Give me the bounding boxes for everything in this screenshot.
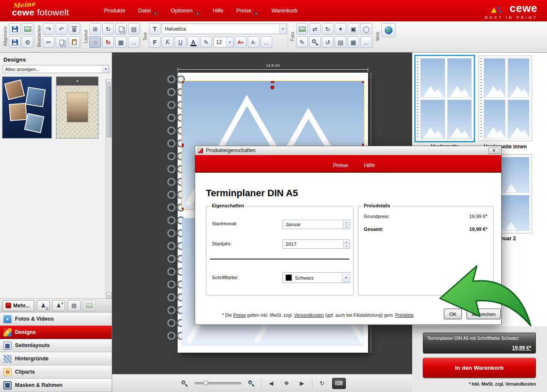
spin-up-icon[interactable]: ▲ — [343, 240, 350, 245]
dropdown-caret-icon[interactable]: ▼ — [253, 11, 259, 16]
rotate-ccw-photo-button[interactable]: ↺ — [322, 36, 333, 48]
close-button[interactable]: x — [488, 147, 499, 154]
edit-photo-button[interactable]: ✎ — [296, 36, 308, 48]
font-size-select[interactable]: 12 ▾ — [213, 37, 234, 47]
more-layout-button[interactable]: ... — [128, 36, 140, 48]
copy-button[interactable] — [56, 36, 67, 48]
zoom-out-button[interactable]: − — [179, 378, 190, 389]
spin-down-icon[interactable]: ▼ — [343, 225, 350, 229]
spin-down-icon[interactable]: ▼ — [343, 245, 350, 249]
photo-effects-button[interactable]: ✦ — [335, 23, 346, 35]
more-designs-button[interactable]: Mehr... — [3, 300, 34, 311]
resize-handle-tr[interactable] — [362, 81, 364, 83]
album-button[interactable]: ▤ — [68, 300, 80, 311]
photo-search-button[interactable] — [309, 36, 321, 48]
versandkosten-link[interactable]: Versandkosten — [294, 312, 324, 318]
add-person-button[interactable]: ♟+ — [52, 300, 65, 311]
cut-button[interactable]: ✂ — [43, 36, 54, 48]
rotation-handle[interactable] — [271, 85, 274, 89]
startmonat-spinner[interactable]: Januar ▲▼ — [282, 220, 350, 229]
menu-optionen[interactable]: Optionen▼ — [171, 8, 200, 14]
search-person-button[interactable]: ♟ — [37, 300, 50, 311]
font-color-button[interactable]: A — [187, 36, 199, 48]
grid-button[interactable]: ⊞ — [89, 23, 101, 35]
scroll-down-icon[interactable]: ▾ — [106, 292, 112, 298]
delete-button[interactable] — [68, 23, 80, 35]
chevron-down-icon[interactable]: ▾ — [342, 273, 350, 283]
resize-handle-tc[interactable] — [271, 81, 274, 83]
sidebar-item-masken-rahmen[interactable]: Masken & Rahmen — [0, 379, 112, 392]
save-button[interactable] — [9, 23, 21, 35]
photo-layers-button[interactable]: ▤ — [335, 36, 346, 48]
menu-produkte[interactable]: Produkte — [104, 8, 125, 14]
underline-button[interactable]: U — [175, 36, 186, 48]
undo-button[interactable]: ↶ — [56, 23, 67, 35]
dropdown-caret-icon[interactable]: ▼ — [195, 11, 200, 16]
design-filter-select[interactable]: Alles anzeigen... ▾ — [3, 65, 109, 73]
scroll-up-icon[interactable]: ▴ — [106, 79, 112, 85]
keyboard-button[interactable]: ⌨ — [332, 378, 346, 389]
designs-scrollbar[interactable]: ▴ ▾ — [106, 79, 112, 298]
decrease-font-button[interactable]: A- — [248, 36, 259, 48]
fullscreen-button[interactable]: ✥ — [281, 378, 292, 389]
sidebar-item-seitenlayouts[interactable]: ▦Seitenlayouts — [0, 339, 112, 352]
magnet-button[interactable]: ∩ — [89, 36, 101, 48]
scrollbar-thumb[interactable] — [107, 86, 111, 137]
rotate-photo-button[interactable]: ↻ — [322, 23, 333, 35]
resize-handle-bl[interactable] — [182, 208, 184, 209]
more-photo-button[interactable]: ... — [360, 36, 372, 48]
resize-handle-tl[interactable] — [182, 81, 184, 83]
italic-button[interactable]: K — [162, 36, 173, 48]
sidebar-item-designs[interactable]: ✦Designs — [0, 326, 112, 339]
add-to-cart-button[interactable]: In den Warenkorb — [423, 358, 536, 378]
menu-preise[interactable]: Preise▼ — [236, 8, 259, 14]
rotate-view-button[interactable]: ↻ — [317, 378, 328, 389]
menu-datei[interactable]: Datei▼ — [138, 8, 158, 14]
menu-hilfe[interactable]: Hilfe — [213, 8, 223, 14]
add-photo-button[interactable] — [296, 23, 308, 35]
font-family-select[interactable]: Helvetica ▾ — [162, 24, 287, 34]
photo-border-button[interactable]: ▦ — [348, 36, 359, 48]
chevron-down-icon[interactable]: ▾ — [226, 37, 233, 47]
more-text-button[interactable]: ... — [261, 36, 272, 48]
design-thumbnail-damask[interactable]: ✦ — [56, 77, 98, 139]
startjahr-spinner[interactable]: 2017 ▲▼ — [282, 239, 350, 249]
sidebar-item-cliparts[interactable]: ✿Cliparts — [0, 365, 112, 379]
dialog-titlebar[interactable]: Produkteigenschaften x — [195, 146, 501, 155]
copy-page-button[interactable] — [115, 23, 127, 35]
web-upload-button[interactable] — [381, 23, 395, 37]
bold-button[interactable]: F — [149, 36, 161, 48]
spin-up-icon[interactable]: ▲ — [343, 220, 350, 225]
swap-photo-button[interactable]: ⇄ — [309, 23, 321, 35]
zoom-slider[interactable] — [194, 382, 241, 384]
design-thumbnail-collage[interactable] — [2, 77, 52, 139]
sidebar-item-fotos-videos[interactable]: ▲Fotos & Videos — [0, 312, 112, 326]
page-thumbnail-vorderseite-innen[interactable] — [479, 56, 532, 141]
previous-page-button[interactable]: ◀ — [266, 378, 277, 389]
menu-warenkorb[interactable]: Warenkorb — [271, 8, 297, 14]
chevron-down-icon[interactable]: ▾ — [279, 24, 286, 34]
chevron-down-icon[interactable]: ▾ — [102, 65, 109, 73]
schriftfarbe-select[interactable]: Schwarz ▾ — [282, 272, 350, 283]
border-color-button[interactable]: ✎ — [200, 36, 212, 48]
layers-button[interactable]: ▦ — [115, 36, 127, 48]
preise-link[interactable]: Preise — [233, 312, 246, 318]
dropdown-caret-icon[interactable]: ▼ — [153, 11, 158, 16]
preisliste-link[interactable]: Preisliste — [395, 312, 413, 318]
cart-price-link[interactable]: 19,99 €* — [512, 345, 531, 351]
save-as-button[interactable] — [9, 36, 21, 48]
resize-handle-ml[interactable] — [182, 144, 184, 147]
page-thumbnail-vorderseite[interactable] — [414, 55, 475, 142]
dialog-menu-hilfe[interactable]: Hilfe — [364, 162, 375, 168]
photo-shape-button[interactable]: ◯ — [360, 23, 372, 35]
sidebar-item-hintergruende[interactable]: Hintergründe — [0, 352, 112, 365]
redo-button[interactable]: ↷ — [43, 23, 54, 35]
dialog-menu-preise[interactable]: Preise — [333, 162, 348, 168]
arrange-button[interactable]: ▤ — [128, 23, 140, 35]
increase-font-button[interactable]: A+ — [235, 36, 247, 48]
rotate-object-button[interactable]: ↻ — [102, 36, 114, 48]
photo-frame-button[interactable]: ▣ — [348, 23, 359, 35]
next-page-button[interactable]: ▶ — [297, 378, 308, 389]
rotate-page-button[interactable]: ↻ — [102, 23, 114, 35]
text-field-button[interactable]: T — [149, 23, 161, 35]
